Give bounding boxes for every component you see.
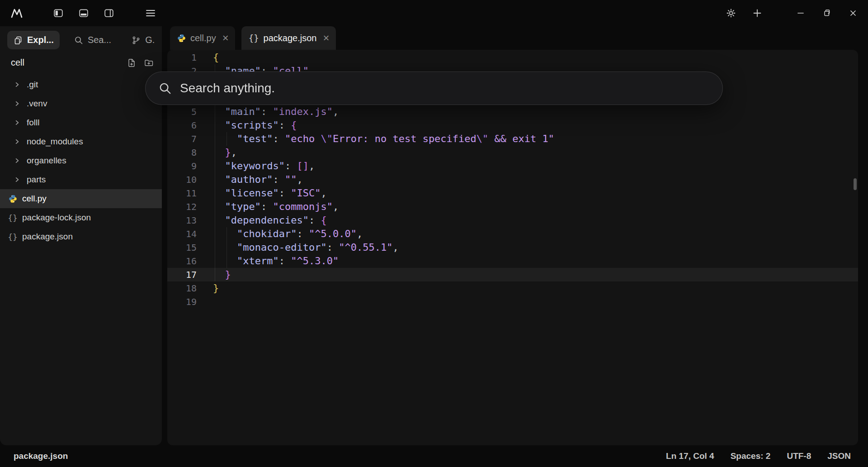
titlebar-right-group: [724, 6, 860, 20]
menu-icon[interactable]: [144, 6, 157, 20]
chevron-right-icon: [12, 81, 23, 88]
indent-guide: [215, 214, 215, 227]
code-text: [197, 295, 213, 309]
new-file-icon[interactable]: [127, 58, 136, 67]
line-number: 9: [167, 159, 197, 173]
code-text: "test": "echo \"Error: no test specified…: [197, 132, 554, 146]
sidebar-tab-git[interactable]: G.: [125, 31, 160, 49]
tree-item-.git[interactable]: .git: [0, 75, 162, 94]
editor-tab-package.json[interactable]: {}package.json×: [241, 26, 336, 50]
json-icon: {}: [7, 213, 18, 223]
line-number: 15: [167, 241, 197, 254]
new-folder-icon[interactable]: [144, 58, 154, 67]
indent-guide: [226, 241, 227, 254]
code-text: {: [197, 51, 219, 64]
git-branch-icon: [131, 35, 141, 45]
code-line[interactable]: 16 "xterm": "^5.3.0": [167, 254, 858, 268]
sidebar-tab-explorer[interactable]: Expl...: [7, 31, 60, 49]
new-tab-plus-icon[interactable]: [750, 6, 764, 20]
indent-guide: [215, 146, 215, 159]
tab-label: cell.py: [190, 33, 216, 43]
close-icon[interactable]: [846, 6, 860, 20]
code-text: "chokidar": "^5.0.0",: [197, 227, 363, 241]
code-line[interactable]: 8 },: [167, 146, 858, 159]
code-line[interactable]: 6 "scripts": {: [167, 119, 858, 132]
scrollbar-thumb[interactable]: [854, 178, 857, 190]
code-line[interactable]: 5 "main": "index.js",: [167, 105, 858, 119]
status-item[interactable]: Spaces: 2: [731, 451, 771, 461]
code-line[interactable]: 15 "monaco-editor": "^0.55.1",: [167, 241, 858, 254]
tree-item-package.json[interactable]: {}package.json: [0, 227, 162, 246]
tree-item-.venv[interactable]: .venv: [0, 94, 162, 113]
line-number: 10: [167, 173, 197, 186]
tree-item-cell.py[interactable]: cell.py: [0, 189, 162, 208]
tree-item-node_modules[interactable]: node_modules: [0, 132, 162, 151]
tree-item-organelles[interactable]: organelles: [0, 151, 162, 170]
sidebar-tabs: Expl... Sea... G.: [0, 26, 162, 49]
indent-guide: [215, 227, 215, 241]
tree-item-label: node_modules: [27, 137, 83, 147]
editor-tabbar: cell.py×{}package.json×: [167, 26, 858, 50]
sidebar-tab-label: G.: [145, 35, 155, 45]
line-number: 6: [167, 119, 197, 132]
tree-item-label: package.json: [22, 232, 73, 242]
minimize-icon[interactable]: [794, 6, 807, 20]
status-item[interactable]: JSON: [827, 451, 851, 461]
line-number: 5: [167, 105, 197, 119]
code-line[interactable]: 12 "type": "commonjs",: [167, 200, 858, 214]
code-line[interactable]: 14 "chokidar": "^5.0.0",: [167, 227, 858, 241]
editor-tab-cell.py[interactable]: cell.py×: [170, 26, 235, 50]
json-icon: {}: [249, 33, 259, 43]
tree-item-folll[interactable]: folll: [0, 113, 162, 132]
code-text: }: [197, 281, 219, 295]
code-line[interactable]: 7 "test": "echo \"Error: no test specifi…: [167, 132, 858, 146]
code-line[interactable]: 1{: [167, 51, 858, 64]
maximize-icon[interactable]: [820, 6, 834, 20]
close-icon[interactable]: ×: [222, 33, 229, 43]
statusbar-items: Ln 17, Col 4Spaces: 2UTF-8JSON: [666, 451, 851, 461]
python-icon: [177, 34, 186, 43]
code-line[interactable]: 18}: [167, 281, 858, 295]
indent-guide: [215, 173, 215, 186]
code-line[interactable]: 19: [167, 295, 858, 309]
status-item[interactable]: Ln 17, Col 4: [666, 451, 714, 461]
indent-guide: [215, 200, 215, 214]
tree-item-package-lock.json[interactable]: {}package-lock.json: [0, 208, 162, 227]
line-number: 7: [167, 132, 197, 146]
code-line[interactable]: 9 "keywords": [],: [167, 159, 858, 173]
title-bar: [0, 0, 868, 26]
code-text: "license": "ISC",: [197, 186, 327, 200]
sidebar-tab-search[interactable]: Sea...: [68, 31, 117, 49]
code-line[interactable]: 17 }: [167, 268, 858, 281]
indent-guide: [215, 241, 215, 254]
line-number: 17: [167, 268, 197, 281]
panel-left-icon[interactable]: [52, 6, 65, 20]
files-icon: [13, 35, 23, 45]
search-input[interactable]: [180, 81, 710, 95]
line-number: 14: [167, 227, 197, 241]
titlebar-left-group: [10, 6, 157, 20]
line-number: 18: [167, 281, 197, 295]
code-line[interactable]: 10 "author": "",: [167, 173, 858, 186]
panel-right-icon[interactable]: [102, 6, 116, 20]
project-name: cell: [11, 57, 127, 68]
close-icon[interactable]: ×: [323, 33, 329, 43]
tree-item-label: folll: [27, 118, 40, 128]
tab-label: package.json: [264, 33, 317, 43]
line-number: 12: [167, 200, 197, 214]
code-text: "main": "index.js",: [197, 105, 339, 119]
chevron-right-icon: [12, 119, 23, 126]
line-number: 1: [167, 51, 197, 64]
statusbar-filename: package.json: [14, 451, 68, 461]
code-line[interactable]: 13 "dependencies": {: [167, 214, 858, 227]
status-item[interactable]: UTF-8: [787, 451, 811, 461]
tree-item-parts[interactable]: parts: [0, 170, 162, 189]
panel-bottom-icon[interactable]: [77, 6, 90, 20]
indent-guide: [226, 254, 227, 268]
tree-item-label: organelles: [27, 156, 66, 166]
code-line[interactable]: 11 "license": "ISC",: [167, 186, 858, 200]
indent-guide: [215, 254, 215, 268]
editor-panel[interactable]: 1{2 "name": "cell",345 "main": "index.js…: [167, 50, 858, 445]
settings-gear-icon[interactable]: [724, 6, 738, 20]
tree-item-label: package-lock.json: [22, 213, 91, 223]
